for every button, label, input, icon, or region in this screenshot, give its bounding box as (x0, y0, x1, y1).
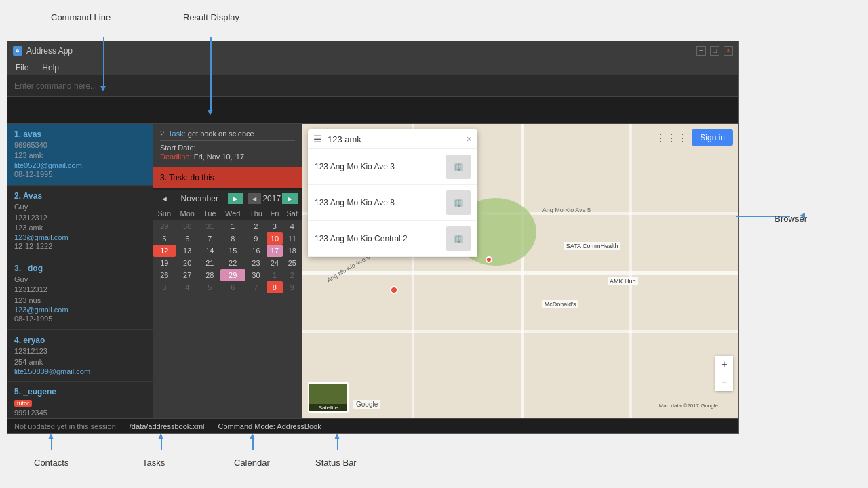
cal-date[interactable]: 3 (267, 220, 282, 232)
cal-date[interactable]: 2 (245, 220, 267, 232)
help-menu[interactable]: Help (39, 62, 62, 74)
cal-date[interactable]: 5 (153, 232, 176, 245)
task-item-highlighted[interactable]: 3. Task: do this (153, 167, 302, 188)
map-top-right: ⋮⋮⋮ Sign in (655, 129, 733, 146)
cal-next-month-btn[interactable]: ► (228, 193, 243, 204)
cal-next-year-btn[interactable]: ► (282, 193, 298, 204)
close-button[interactable]: × (724, 46, 733, 56)
cal-date[interactable]: 9 (283, 281, 302, 293)
cal-date[interactable]: 21 (199, 257, 220, 269)
task-label: Task: (169, 173, 188, 182)
cal-date[interactable]: 6 (176, 232, 199, 245)
search-result-item[interactable]: 123 Ang Mo Kio Ave 3 🏢 (308, 149, 477, 185)
maximize-button[interactable]: □ (710, 46, 719, 56)
search-result-item[interactable]: 123 Ang Mo Kio Central 2 🏢 (308, 221, 477, 257)
satellite-thumbnail[interactable]: Satellite (308, 382, 349, 413)
cal-date[interactable]: 14 (199, 245, 220, 257)
zoom-in-button[interactable]: + (715, 356, 733, 373)
cal-date[interactable]: 3 (153, 281, 176, 293)
contacts-panel[interactable]: 1. avas 96965340 123 amk lite0520@gmail.… (7, 124, 153, 418)
cal-date[interactable]: 2 (283, 269, 302, 281)
task-desc: do this (190, 173, 214, 182)
calendar-grid: Sun Mon Tue Wed Thu Fri Sat 29 30 (153, 207, 302, 293)
cal-date-pink[interactable]: 17 (267, 245, 282, 257)
cal-day-sun: Sun (153, 207, 176, 220)
result-display (7, 97, 738, 124)
calendar-panel: ◄ November ► ◄ 2017 ► Sun Mon Tue Wed (153, 190, 302, 418)
cal-date[interactable]: 7 (245, 281, 267, 293)
cal-date[interactable]: 8 (220, 232, 245, 245)
cal-date[interactable]: 18 (283, 245, 302, 257)
contact-item[interactable]: 3. _dog Guy 12312312 123 nus 123@gmail.c… (7, 258, 153, 331)
cal-date[interactable]: 5 (199, 281, 220, 293)
task-desc: get book on science (188, 129, 254, 138)
contact-name: 3. _dog (14, 264, 146, 273)
result-text-1: 123 Ang Mo Kio Ave 3 (315, 162, 441, 171)
cal-date[interactable]: 4 (176, 281, 199, 293)
building-icon-3: 🏢 (446, 226, 471, 251)
cal-date-pink[interactable]: 29 (220, 269, 245, 281)
contact-type: Guy (14, 202, 146, 212)
contact-item[interactable]: 4. eryao 12312123 254 amk lite150809@gma… (7, 330, 153, 382)
minimize-button[interactable]: − (696, 46, 706, 56)
sign-in-button[interactable]: Sign in (692, 129, 733, 146)
cal-date[interactable]: 23 (245, 257, 267, 269)
result-display-annotation: Result Display (183, 12, 239, 22)
hamburger-icon[interactable]: ☰ (313, 134, 322, 144)
cal-date[interactable]: 29 (153, 220, 176, 232)
cal-date[interactable]: 31 (199, 220, 220, 232)
cal-date-highlighted[interactable]: 10 (267, 232, 282, 245)
cal-date[interactable]: 15 (220, 245, 245, 257)
search-result-item[interactable]: 123 Ang Mo Kio Ave 8 🏢 (308, 185, 477, 221)
cal-date[interactable]: 11 (283, 232, 302, 245)
cal-date[interactable]: 16 (245, 245, 267, 257)
cal-date[interactable]: 22 (220, 257, 245, 269)
cal-date[interactable]: 13 (176, 245, 199, 257)
command-input[interactable] (14, 81, 732, 91)
search-close-icon[interactable]: × (467, 134, 472, 144)
contact-item[interactable]: 2. Avas Guy 12312312 123 amk 123@gmail.c… (7, 186, 153, 258)
command-line[interactable] (7, 75, 738, 97)
cal-date[interactable]: 26 (153, 269, 176, 281)
cal-date[interactable]: 6 (220, 281, 245, 293)
map-zoom: + − (715, 356, 733, 391)
cal-date[interactable]: 28 (199, 269, 220, 281)
cal-date[interactable]: 4 (283, 220, 302, 232)
browser-annotation: Browser (774, 214, 807, 224)
cal-date[interactable]: 30 (245, 269, 267, 281)
task-deadline: Deadline: Fri, Nov 10, '17 (160, 152, 295, 161)
title-bar-controls: − □ × (696, 46, 733, 56)
cal-date[interactable]: 24 (267, 257, 282, 269)
cal-date[interactable]: 1 (267, 269, 282, 281)
contact-address: 123 amk (14, 223, 146, 233)
maps-grid-icon[interactable]: ⋮⋮⋮ (655, 131, 688, 144)
contact-date: 08-12-1995 (14, 314, 146, 324)
cal-date[interactable]: 25 (283, 257, 302, 269)
title-bar: A Address App − □ × (7, 41, 738, 60)
cal-date[interactable]: 30 (176, 220, 199, 232)
calendar-annotation: Calendar (234, 458, 270, 468)
search-overlay: ☰ 123 amk × 123 Ang Mo Kio Ave 3 🏢 123 A… (308, 129, 477, 257)
cal-prev-btn[interactable]: ◄ (157, 193, 172, 204)
status-bar-annotation: Status Bar (315, 458, 357, 468)
cal-date[interactable]: 19 (153, 257, 176, 269)
contact-address: 123 amk (14, 150, 146, 161)
status-file-path: /data/addressbook.xml (130, 422, 205, 430)
zoom-out-button[interactable]: − (715, 373, 733, 391)
cal-prev-year-btn[interactable]: ◄ (248, 193, 262, 204)
cal-day-sat: Sat (283, 207, 302, 220)
contact-name: 4. eryao (14, 336, 146, 345)
cal-date[interactable]: 20 (176, 257, 199, 269)
cal-date[interactable]: 27 (176, 269, 199, 281)
contact-item[interactable]: 5. _eugene tutor 99912345 123 nus 123@gm… (7, 382, 153, 418)
cal-date-highlighted[interactable]: 8 (267, 281, 282, 293)
task-item[interactable]: 2. Task: get book on science Start Date:… (153, 124, 302, 167)
file-menu[interactable]: File (13, 62, 31, 74)
cal-date[interactable]: 9 (245, 232, 267, 245)
cal-date-today[interactable]: 12 (153, 245, 176, 257)
cal-date[interactable]: 1 (220, 220, 245, 232)
contact-item[interactable]: 1. avas 96965340 123 amk lite0520@gmail.… (7, 124, 153, 186)
map-panel[interactable]: Ang Mo Kio Ave 5 Ang Mo Kio Ave 5 McDona… (302, 124, 738, 418)
contacts-annotation: Contacts (34, 458, 68, 468)
cal-date[interactable]: 7 (199, 232, 220, 245)
